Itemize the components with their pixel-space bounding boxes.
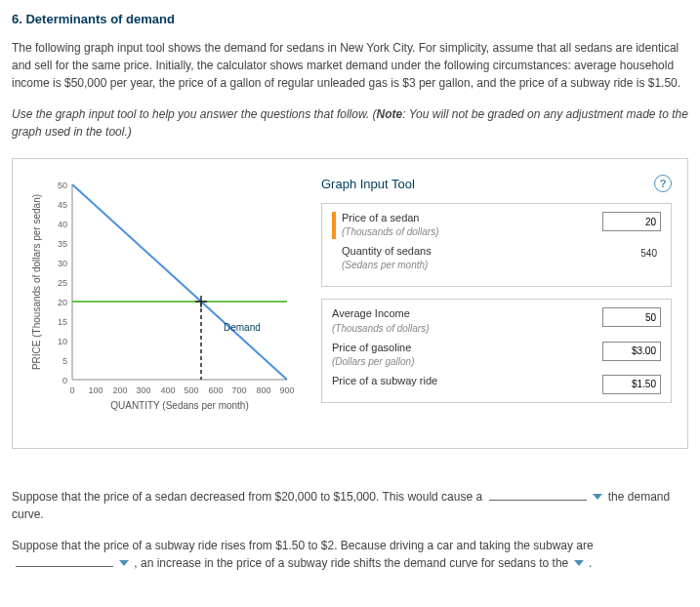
q2-blank-1	[16, 566, 113, 567]
demand-legend-label: Demand	[224, 322, 261, 333]
gasoline-sublabel: (Dollars per gallon)	[332, 354, 414, 369]
svg-text:10: 10	[58, 337, 67, 346]
svg-text:500: 500	[184, 385, 198, 395]
q1-blank	[489, 500, 587, 501]
dropdown-icon[interactable]	[572, 557, 586, 569]
svg-text:700: 700	[231, 385, 246, 395]
price-input[interactable]	[602, 212, 661, 231]
dropdown-icon[interactable]	[591, 491, 604, 503]
panel-title: Graph Input Tool	[321, 175, 415, 194]
svg-text:600: 600	[208, 385, 223, 395]
svg-text:5: 5	[62, 356, 67, 366]
svg-text:25: 25	[58, 278, 67, 288]
demand-chart[interactable]: 50 45 40 35 30 25 20 15 10 5 0 0 100 200…	[28, 175, 302, 419]
svg-text:200: 200	[112, 385, 127, 395]
q2-text-c: .	[586, 556, 593, 570]
dropdown-icon[interactable]	[117, 557, 131, 569]
svg-text:50: 50	[58, 181, 67, 190]
svg-text:0: 0	[69, 385, 74, 395]
quantity-label: Quantity of sedans	[342, 245, 432, 258]
price-sublabel: (Thousands of dollars)	[342, 224, 439, 239]
gasoline-input[interactable]	[602, 342, 661, 361]
x-axis-label: QUANTITY (Sedans per month)	[110, 400, 249, 411]
svg-text:400: 400	[160, 385, 175, 395]
svg-text:20: 20	[58, 298, 67, 307]
q1-text-a: Suppose that the price of a sedan decrea…	[12, 490, 485, 504]
price-label: Price of a sedan	[342, 212, 439, 224]
instr-note-label: Note	[377, 107, 403, 121]
determinants-box: Average Income (Thousands of dollars) Pr…	[321, 299, 672, 402]
svg-text:15: 15	[58, 317, 67, 327]
graph-tool-frame: 50 45 40 35 30 25 20 15 10 5 0 0 100 200…	[12, 158, 688, 449]
input-panel-column: Graph Input Tool ? Price of a sedan (Tho…	[321, 175, 672, 419]
svg-text:300: 300	[136, 385, 150, 395]
income-input[interactable]	[602, 307, 661, 327]
question-title: 6. Determinants of demand	[12, 10, 688, 29]
quantity-sublabel: (Sedans per month)	[342, 258, 432, 272]
svg-text:40: 40	[58, 220, 67, 229]
instruction-paragraph: Use the graph input tool to help you ans…	[12, 105, 688, 141]
svg-text:800: 800	[256, 385, 270, 395]
svg-text:900: 900	[279, 385, 294, 395]
question-1: Suppose that the price of a sedan decrea…	[12, 488, 688, 523]
y-axis-label: PRICE (Thousands of dollars per sedan)	[31, 193, 42, 369]
q2-text-a: Suppose that the price of a subway ride …	[12, 539, 594, 552]
gasoline-label: Price of gasoline	[332, 342, 414, 354]
svg-text:0: 0	[62, 376, 67, 385]
intro-paragraph: The following graph input tool shows the…	[12, 39, 688, 92]
demand-curve	[72, 184, 287, 380]
income-sublabel: (Thousands of dollars)	[332, 321, 430, 336]
instr-part-a: Use the graph input tool to help you ans…	[12, 107, 377, 121]
income-label: Average Income	[332, 307, 430, 320]
quantity-readout: 540	[604, 245, 661, 262]
price-qty-box: Price of a sedan (Thousands of dollars) …	[321, 203, 672, 287]
q2-text-b: , an increase in the price of a subway r…	[131, 556, 572, 570]
subway-input[interactable]	[602, 375, 661, 394]
subway-label: Price of a subway ride	[332, 375, 437, 387]
help-icon[interactable]: ?	[654, 175, 672, 192]
chart-column: 50 45 40 35 30 25 20 15 10 5 0 0 100 200…	[28, 175, 302, 419]
svg-text:30: 30	[58, 259, 67, 268]
series-marker-icon	[332, 212, 336, 239]
svg-text:45: 45	[58, 200, 67, 210]
svg-text:35: 35	[58, 239, 67, 249]
svg-text:100: 100	[88, 385, 103, 395]
question-2: Suppose that the price of a subway ride …	[12, 537, 688, 572]
